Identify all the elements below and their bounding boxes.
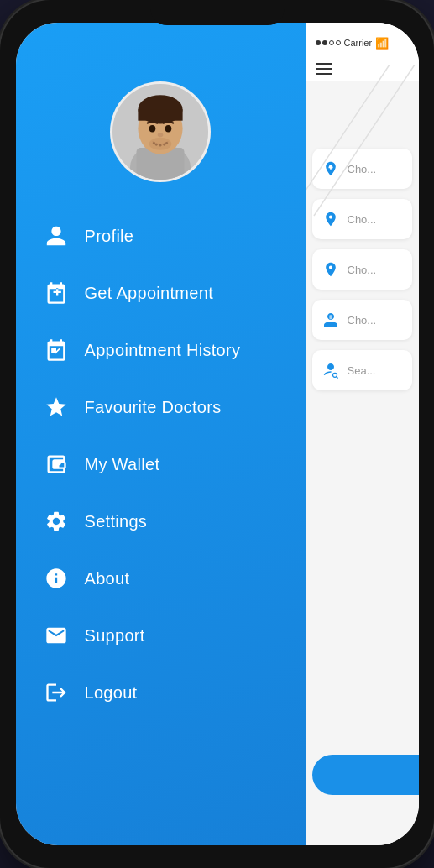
svg-point-8	[165, 125, 172, 133]
sidebar-item-favourite-doctors[interactable]: Favourite Doctors	[33, 379, 289, 436]
sidebar-item-profile-label: Profile	[85, 227, 134, 246]
sidebar-item-profile[interactable]: Profile	[33, 207, 289, 264]
svg-point-7	[149, 125, 156, 133]
screen-content: Profile Get Appointment	[16, 23, 419, 845]
signal-dot-1	[316, 40, 321, 45]
dropdown-row-3[interactable]: Cho...	[312, 249, 412, 290]
svg-line-16	[306, 65, 390, 216]
svg-point-11	[153, 142, 155, 144]
logout-icon	[41, 677, 71, 708]
dropdown-row-4[interactable]: Cho...	[312, 300, 412, 340]
sidebar-item-logout-label: Logout	[85, 683, 138, 703]
signal-dot-3	[329, 40, 334, 45]
svg-line-20	[336, 377, 337, 379]
svg-point-13	[159, 144, 162, 147]
sidebar-item-settings-label: Settings	[85, 512, 148, 531]
sidebar-item-about[interactable]: About	[33, 550, 289, 607]
status-bar: Carrier 📶	[306, 23, 419, 56]
info-icon	[41, 563, 71, 593]
location-pin-icon-3	[321, 259, 341, 280]
avatar-container	[16, 81, 306, 182]
decorative-lines	[306, 65, 419, 233]
sidebar-item-logout[interactable]: Logout	[33, 664, 289, 721]
sidebar-item-appointment-history[interactable]: Appointment History	[33, 322, 289, 379]
svg-point-10	[149, 138, 172, 150]
dropdown-row-5[interactable]: Sea...	[312, 350, 412, 390]
carrier-info: Carrier 📶	[316, 37, 390, 50]
person-medical-icon	[321, 310, 341, 330]
dropdown-row-5-text: Sea...	[348, 364, 376, 377]
sidebar-item-appointment-history-label: Appointment History	[85, 341, 241, 360]
signal-dot-4	[336, 40, 341, 45]
dropdown-row-3-text: Cho...	[348, 264, 377, 276]
svg-point-9	[158, 133, 164, 137]
wifi-icon: 📶	[375, 37, 389, 50]
avatar-image	[112, 84, 208, 180]
svg-point-12	[155, 144, 158, 146]
signal-icon	[316, 40, 341, 45]
sidebar-item-support[interactable]: Support	[33, 607, 289, 664]
dropdown-row-4-text: Cho...	[348, 314, 377, 327]
sidebar-item-get-appointment-label: Get Appointment	[85, 284, 213, 303]
sidebar-item-my-wallet[interactable]: My Wallet	[33, 436, 289, 493]
sidebar-item-settings[interactable]: Settings	[33, 493, 289, 550]
sidebar-item-about-label: About	[85, 569, 130, 588]
calendar-check-icon	[41, 335, 71, 365]
person-icon	[41, 221, 71, 251]
gear-icon	[41, 506, 71, 536]
carrier-label: Carrier	[344, 38, 373, 48]
svg-point-14	[163, 144, 165, 146]
right-panel: Carrier 📶	[306, 23, 419, 845]
svg-rect-6	[138, 109, 182, 120]
menu-panel: Profile Get Appointment	[16, 23, 306, 845]
menu-list: Profile Get Appointment	[16, 207, 306, 721]
avatar	[110, 81, 211, 182]
phone-frame: Profile Get Appointment	[0, 0, 434, 868]
svg-point-15	[165, 142, 168, 144]
calendar-plus-icon	[41, 278, 71, 308]
sidebar-item-favourite-doctors-label: Favourite Doctors	[85, 398, 222, 417]
svg-line-17	[314, 65, 415, 216]
phone-screen: Profile Get Appointment	[16, 23, 419, 845]
sidebar-item-support-label: Support	[85, 626, 145, 646]
star-icon	[41, 392, 71, 422]
signal-dot-2	[322, 40, 327, 45]
search-person-icon	[321, 360, 341, 380]
sidebar-item-get-appointment[interactable]: Get Appointment	[33, 264, 289, 322]
phone-notch	[150, 0, 285, 25]
svg-rect-18	[329, 315, 332, 319]
envelope-icon	[41, 620, 71, 651]
wallet-icon	[41, 449, 71, 479]
action-button[interactable]	[312, 755, 419, 795]
sidebar-item-my-wallet-label: My Wallet	[85, 455, 160, 474]
